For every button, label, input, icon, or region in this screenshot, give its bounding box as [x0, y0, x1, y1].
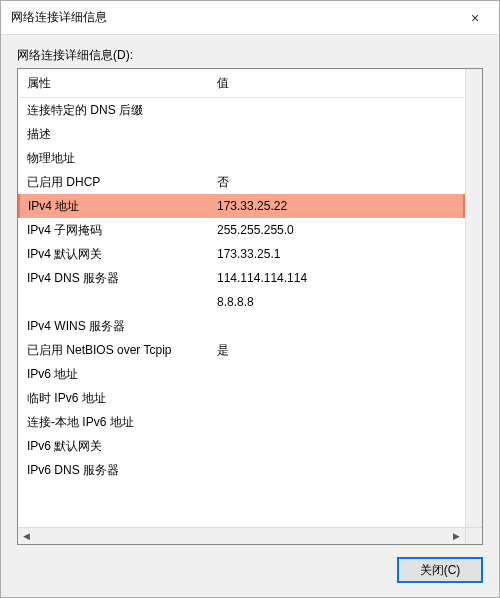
property-cell: IPv4 WINS 服务器	[19, 314, 209, 338]
value-cell	[209, 98, 464, 123]
table-row[interactable]: 已启用 NetBIOS over Tcpip是	[19, 338, 464, 362]
value-cell	[209, 458, 464, 482]
list-label: 网络连接详细信息(D):	[17, 47, 483, 64]
value-cell: 173.33.25.22	[209, 194, 464, 218]
close-button[interactable]: 关闭(C)	[397, 557, 483, 583]
value-cell	[209, 386, 464, 410]
value-cell: 8.8.8.8	[209, 290, 464, 314]
property-cell: 临时 IPv6 地址	[19, 386, 209, 410]
property-cell: IPv6 地址	[19, 362, 209, 386]
property-cell: IPv6 DNS 服务器	[19, 458, 209, 482]
property-cell: 已启用 DHCP	[19, 170, 209, 194]
content-area: 网络连接详细信息(D): 属性 值 连接特定的 DNS 后缀描述物理地址已启用 …	[1, 35, 499, 545]
dialog-window: 网络连接详细信息 × 网络连接详细信息(D): 属性 值 连接特定的 DNS 后…	[0, 0, 500, 598]
value-cell	[209, 434, 464, 458]
column-header-property[interactable]: 属性	[19, 69, 209, 98]
horizontal-scrollbar[interactable]: ◀ ▶	[18, 527, 465, 544]
button-row: 关闭(C)	[1, 545, 499, 597]
table-row[interactable]: 临时 IPv6 地址	[19, 386, 464, 410]
table-row[interactable]: IPv4 WINS 服务器	[19, 314, 464, 338]
value-cell: 255.255.255.0	[209, 218, 464, 242]
value-cell: 114.114.114.114	[209, 266, 464, 290]
value-cell: 是	[209, 338, 464, 362]
table-row[interactable]: IPv6 DNS 服务器	[19, 458, 464, 482]
table-row[interactable]: IPv6 地址	[19, 362, 464, 386]
titlebar: 网络连接详细信息 ×	[1, 1, 499, 35]
close-icon[interactable]: ×	[453, 3, 497, 33]
table-row[interactable]: 已启用 DHCP否	[19, 170, 464, 194]
scroll-left-arrow-icon[interactable]: ◀	[18, 528, 35, 544]
table-row[interactable]: IPv4 子网掩码255.255.255.0	[19, 218, 464, 242]
property-cell: IPv4 DNS 服务器	[19, 266, 209, 290]
property-cell: IPv4 默认网关	[19, 242, 209, 266]
property-cell: 连接-本地 IPv6 地址	[19, 410, 209, 434]
scrollbar-corner	[465, 527, 482, 544]
property-cell: IPv6 默认网关	[19, 434, 209, 458]
scroll-right-arrow-icon[interactable]: ▶	[448, 528, 465, 544]
scroll-track[interactable]	[35, 528, 448, 544]
table-row[interactable]: 连接特定的 DNS 后缀	[19, 98, 464, 123]
vertical-scrollbar[interactable]	[465, 69, 482, 527]
value-cell	[209, 314, 464, 338]
property-cell: 物理地址	[19, 146, 209, 170]
table-header-row: 属性 值	[19, 69, 464, 98]
property-cell: 已启用 NetBIOS over Tcpip	[19, 338, 209, 362]
table-row[interactable]: 8.8.8.8	[19, 290, 464, 314]
property-cell: 描述	[19, 122, 209, 146]
property-cell: IPv4 地址	[19, 194, 209, 218]
value-cell: 否	[209, 170, 464, 194]
property-cell: IPv4 子网掩码	[19, 218, 209, 242]
column-header-value[interactable]: 值	[209, 69, 464, 98]
property-cell	[19, 290, 209, 314]
table-row[interactable]: IPv4 地址173.33.25.22	[19, 194, 464, 218]
value-cell	[209, 122, 464, 146]
value-cell	[209, 146, 464, 170]
details-table: 属性 值 连接特定的 DNS 后缀描述物理地址已启用 DHCP否IPv4 地址1…	[18, 69, 465, 482]
table-row[interactable]: IPv4 默认网关173.33.25.1	[19, 242, 464, 266]
list-scroll-area: 属性 值 连接特定的 DNS 后缀描述物理地址已启用 DHCP否IPv4 地址1…	[18, 69, 465, 527]
value-cell	[209, 362, 464, 386]
table-row[interactable]: 连接-本地 IPv6 地址	[19, 410, 464, 434]
value-cell	[209, 410, 464, 434]
details-listbox: 属性 值 连接特定的 DNS 后缀描述物理地址已启用 DHCP否IPv4 地址1…	[17, 68, 483, 545]
value-cell: 173.33.25.1	[209, 242, 464, 266]
window-title: 网络连接详细信息	[11, 9, 453, 26]
table-row[interactable]: 物理地址	[19, 146, 464, 170]
table-row[interactable]: 描述	[19, 122, 464, 146]
table-row[interactable]: IPv6 默认网关	[19, 434, 464, 458]
property-cell: 连接特定的 DNS 后缀	[19, 98, 209, 123]
table-row[interactable]: IPv4 DNS 服务器114.114.114.114	[19, 266, 464, 290]
